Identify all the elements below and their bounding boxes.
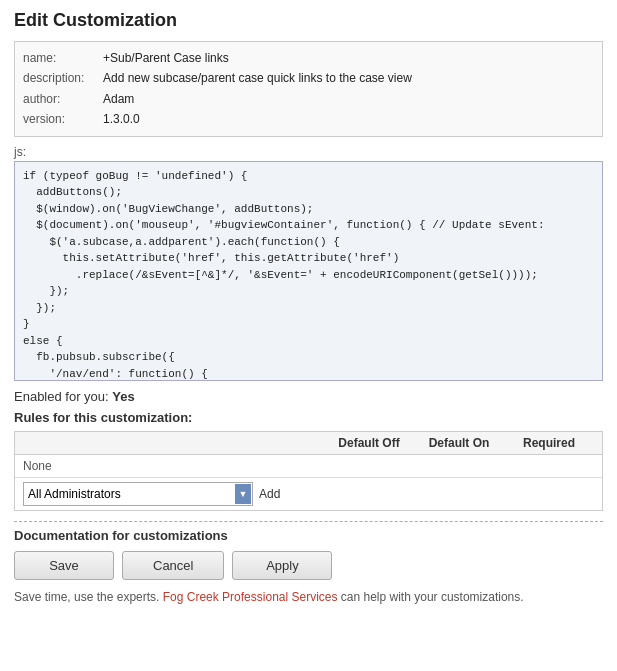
enabled-row: Enabled for you: Yes (14, 389, 603, 404)
header-required: Required (504, 436, 594, 450)
enabled-label: Enabled for you: (14, 389, 109, 404)
footer-link[interactable]: Fog Creek Professional Services (163, 590, 338, 604)
meta-name-label: name: (23, 48, 103, 68)
select-wrapper: All Administrators All Users None ▼ (23, 482, 253, 506)
meta-description-value: Add new subcase/parent case quick links … (103, 68, 412, 88)
meta-author-row: author: Adam (23, 89, 594, 109)
code-block[interactable]: if (typeof goBug != 'undefined') { addBu… (14, 161, 603, 381)
header-default-on: Default On (414, 436, 504, 450)
apply-button[interactable]: Apply (232, 551, 332, 580)
footer-text: Save time, use the experts. Fog Creek Pr… (14, 590, 603, 604)
meta-version-row: version: 1.3.0.0 (23, 109, 594, 129)
meta-author-value: Adam (103, 89, 138, 109)
meta-version-value: 1.3.0.0 (103, 109, 140, 129)
enabled-value: Yes (112, 389, 134, 404)
rules-none-row: None (15, 455, 602, 477)
rules-title: Rules for this customization: (14, 410, 603, 425)
button-row: Save Cancel Apply (14, 551, 603, 580)
meta-description-row: description: Add new subcase/parent case… (23, 68, 594, 88)
meta-section: name: +Sub/Parent Case links description… (14, 41, 603, 137)
header-default-off: Default Off (324, 436, 414, 450)
meta-description-label: description: (23, 68, 103, 88)
rules-none-label: None (23, 459, 594, 473)
cancel-button[interactable]: Cancel (122, 551, 224, 580)
footer-text-before: Save time, use the experts. (14, 590, 163, 604)
meta-author-label: author: (23, 89, 103, 109)
rules-role-select[interactable]: All Administrators All Users None (23, 482, 253, 506)
save-button[interactable]: Save (14, 551, 114, 580)
footer-text-after: can help with your customizations. (338, 590, 524, 604)
doc-title: Documentation for customizations (14, 521, 603, 543)
js-label: js: (14, 145, 603, 159)
meta-name-value: +Sub/Parent Case links (103, 48, 229, 68)
rules-header-row: Default Off Default On Required (15, 432, 602, 455)
page-title: Edit Customization (14, 10, 603, 31)
page-container: Edit Customization name: +Sub/Parent Cas… (0, 0, 617, 614)
add-link[interactable]: Add (259, 487, 280, 501)
rules-table: Default Off Default On Required None All… (14, 431, 603, 511)
meta-version-label: version: (23, 109, 103, 129)
rules-add-row: All Administrators All Users None ▼ Add (15, 477, 602, 510)
meta-name-row: name: +Sub/Parent Case links (23, 48, 594, 68)
